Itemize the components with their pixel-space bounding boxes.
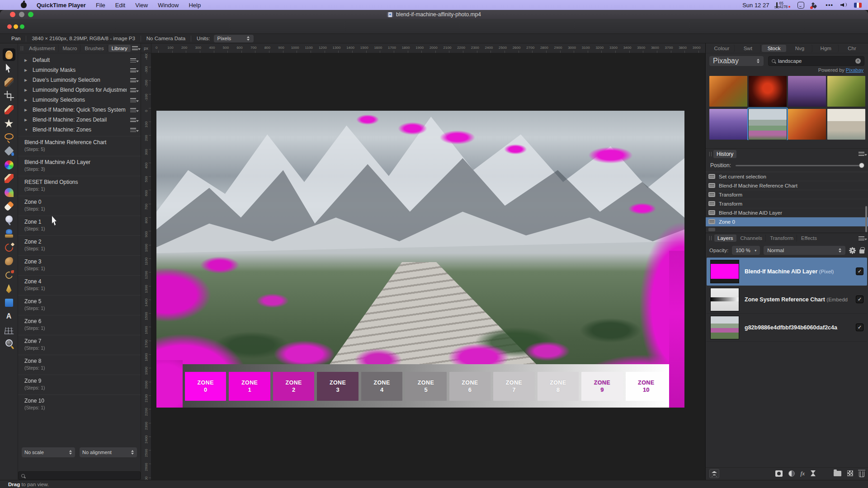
erase-brush-tool[interactable] — [3, 200, 15, 212]
layer-visibility-checkbox[interactable]: ✓ — [856, 324, 863, 331]
library-macro-row[interactable]: Zone 8 (Steps: 1) — [18, 355, 141, 375]
library-group-row[interactable]: ▶ Dave's Luminosity Selection — [18, 75, 141, 85]
layer-row[interactable]: Zone System Reference Chart (Embedd ✓ — [707, 286, 867, 314]
right-panel-tab[interactable]: Colour — [709, 45, 735, 52]
delete-layer-icon[interactable] — [859, 471, 864, 477]
flood-select-tool[interactable] — [3, 117, 15, 130]
keyboard-layout-flag-icon[interactable] — [854, 3, 862, 8]
gradient-tool[interactable] — [3, 159, 15, 171]
layers-panel-tab[interactable]: Transform — [767, 235, 797, 242]
library-group-row[interactable]: ▶ Luminosity Selections — [18, 95, 141, 105]
history-row[interactable]: Blend-If Machine Reference Chart — [706, 181, 868, 190]
stock-thumb-autumn-trees[interactable] — [788, 109, 826, 140]
menu-item[interactable]: View — [135, 2, 148, 9]
undo-brush-tool[interactable] — [3, 241, 15, 254]
history-position-slider[interactable] — [736, 165, 863, 166]
new-pixel-layer-icon[interactable] — [847, 470, 853, 476]
library-group-row[interactable]: ▶ Blend-If Machine: Quick Tones System — [18, 105, 141, 115]
library-macro-row[interactable]: RESET Blend Options (Steps: 1) — [18, 176, 141, 196]
menu-item[interactable]: File — [96, 2, 105, 9]
slider-knob[interactable] — [859, 163, 864, 168]
history-row[interactable]: Transform — [706, 190, 868, 199]
right-panel-tab[interactable]: Nvg — [787, 45, 812, 52]
left-panel-tab[interactable]: Adjustment — [26, 45, 59, 52]
panel-menu-icon[interactable] — [132, 46, 138, 50]
panel-menu-icon[interactable] — [859, 236, 864, 240]
app-menu-title[interactable]: QuickTime Player — [37, 2, 86, 9]
history-scrollbar[interactable] — [865, 206, 867, 232]
pen-tool[interactable] — [3, 282, 15, 295]
disclosure-triangle-icon[interactable]: ▼ — [24, 128, 29, 132]
burn-brush-tool[interactable] — [3, 269, 15, 282]
dropbox-icon[interactable] — [811, 2, 818, 8]
layer-stack-icon[interactable] — [709, 469, 719, 478]
stock-thumb-mountain-path[interactable] — [749, 109, 787, 140]
library-group-row[interactable]: ▶ Luminosity Masks — [18, 65, 141, 75]
clone-brush-tool[interactable] — [3, 227, 15, 240]
live-filter-icon[interactable] — [811, 470, 816, 476]
menu-item[interactable]: Edit — [115, 2, 125, 9]
colour-replacement-brush-tool[interactable] — [3, 186, 15, 199]
library-group-row[interactable]: ▶ Default — [18, 55, 141, 65]
library-macro-row[interactable]: Zone 5 (Steps: 1) — [18, 295, 141, 315]
group-menu-icon[interactable] — [130, 68, 136, 72]
history-row[interactable]: Blend-If Machine AID Layer — [706, 208, 868, 217]
rectangle-tool[interactable] — [3, 296, 15, 309]
stock-thumb-green-forest[interactable] — [827, 76, 865, 107]
library-macro-row[interactable]: Zone 10 (Steps: 1) — [18, 394, 141, 414]
panel-grip-icon[interactable] — [21, 46, 23, 51]
library-group-row[interactable]: ▶ Blend-If Machine: Zones Detail — [18, 115, 141, 125]
history-row[interactable]: Set current selection — [706, 172, 868, 181]
stock-thumb-red-tree[interactable] — [749, 76, 787, 107]
disclosure-triangle-icon[interactable]: ▶ — [24, 58, 29, 62]
opacity-dropdown[interactable]: 100 % ▾ — [732, 246, 760, 255]
disclosure-triangle-icon[interactable]: ▶ — [24, 98, 29, 102]
clear-search-icon[interactable]: × — [855, 58, 861, 64]
group-menu-icon[interactable] — [130, 118, 136, 122]
gear-icon[interactable] — [849, 247, 856, 254]
selection-brush-tool[interactable] — [3, 103, 15, 116]
layer-row[interactable]: Blend-If Machine AID Layer (Pixel) ✓ — [707, 258, 867, 286]
right-panel-tab[interactable]: Swt — [736, 45, 761, 52]
crop-tool[interactable] — [3, 89, 15, 102]
group-menu-icon[interactable] — [130, 58, 136, 62]
stock-thumb-lavender-path[interactable] — [709, 109, 747, 140]
colour-picker-tool[interactable] — [3, 76, 15, 89]
lock-icon[interactable] — [859, 249, 864, 253]
layer-effects-icon[interactable]: fx — [801, 470, 805, 477]
library-macro-row[interactable]: Zone 2 (Steps: 1) — [18, 235, 141, 255]
library-search-input[interactable] — [18, 471, 141, 480]
flood-fill-tool[interactable] — [3, 145, 15, 157]
group-layers-icon[interactable] — [834, 471, 841, 476]
layer-row[interactable]: g82b9886e4dfbbf394b6060daf2c4a ✓ — [707, 314, 867, 342]
pixabay-link[interactable]: Pixabay — [846, 67, 863, 73]
right-panel-tab[interactable]: Stock — [762, 45, 787, 52]
zoom-window-button[interactable] — [28, 12, 33, 17]
history-row[interactable]: Zone 0 — [706, 217, 868, 226]
layer-visibility-checkbox[interactable]: ✓ — [856, 267, 863, 275]
disclosure-triangle-icon[interactable]: ▶ — [24, 78, 29, 82]
left-panel-tab[interactable]: Library — [108, 45, 131, 52]
library-macro-row[interactable]: Blend-If Machine AID Layer (Steps: 3) — [18, 156, 141, 176]
stock-search-input[interactable]: landscape × — [768, 56, 864, 66]
group-menu-icon[interactable] — [130, 108, 136, 112]
library-group-row[interactable]: ▼ Blend-If Machine: Zones — [18, 125, 141, 135]
dodge-brush-tool[interactable] — [3, 214, 15, 226]
minimize-window-button[interactable] — [19, 12, 24, 17]
history-row[interactable]: Transform — [706, 199, 868, 208]
stats-widget[interactable]: 65 4278 — [776, 1, 790, 9]
blend-mode-dropdown[interactable]: Normal — [764, 246, 845, 255]
units-dropdown[interactable]: Pixels — [214, 35, 254, 42]
close-window-button[interactable] — [10, 12, 15, 17]
panel-menu-icon[interactable] — [859, 152, 864, 156]
disclosure-triangle-icon[interactable]: ▶ — [24, 88, 29, 92]
library-macro-row[interactable]: Zone 9 (Steps: 1) — [18, 375, 141, 394]
mesh-warp-tool[interactable] — [3, 324, 15, 337]
scale-dropdown[interactable]: No scale — [22, 447, 75, 457]
disclosure-triangle-icon[interactable]: ▶ — [24, 118, 29, 122]
library-group-row[interactable]: ▶ Luminosity Blend Options for Adjustmen… — [18, 85, 141, 95]
dock-app-icon[interactable] — [797, 2, 804, 9]
layers-panel-tab[interactable]: Layers — [714, 235, 736, 242]
adjustment-layer-icon[interactable] — [788, 470, 795, 477]
text-tool[interactable]: A — [3, 310, 15, 323]
